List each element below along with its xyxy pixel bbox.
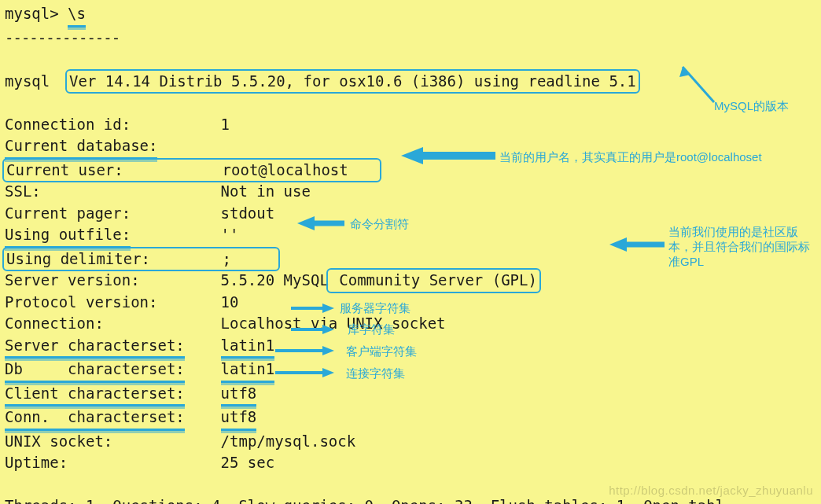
prompt-text: mysql> xyxy=(5,5,68,22)
value: '' xyxy=(221,226,239,243)
svg-marker-2 xyxy=(297,216,315,230)
arrow-delimiter xyxy=(297,215,344,232)
label: UNIX socket: xyxy=(5,432,112,450)
row-connection: Connection: Localhost via UNIX socket xyxy=(5,313,816,335)
anno-version: MySQL的版本 xyxy=(714,98,789,113)
row-conn-charset: Conn. characterset: utf8 xyxy=(5,407,816,431)
value: latin1 xyxy=(221,359,275,383)
command-s: \s xyxy=(68,3,86,28)
label: Server characterset: xyxy=(5,335,185,359)
divider-top: -------------- xyxy=(5,28,816,50)
svg-marker-4 xyxy=(322,304,334,313)
label: Using delimiter: xyxy=(6,250,150,267)
label: Server version: xyxy=(5,271,140,289)
value: stdout xyxy=(221,204,275,222)
svg-marker-6 xyxy=(322,346,334,355)
arrow-db-charset xyxy=(291,323,334,336)
community-box: Community Server (GPL) xyxy=(326,268,541,293)
value: 25 sec xyxy=(221,454,275,471)
anno-client-charset: 客户端字符集 xyxy=(346,344,417,359)
value: Not in use xyxy=(221,182,311,200)
current-user-box: Current user: root@localhost xyxy=(2,158,381,183)
value: utf8 xyxy=(221,383,257,407)
arrow-server-charset xyxy=(291,302,334,315)
svg-marker-3 xyxy=(609,237,627,252)
value: latin1 xyxy=(221,335,275,359)
value: 10 xyxy=(221,293,239,311)
label: Connection id: xyxy=(5,116,131,133)
arrow-user xyxy=(401,145,495,166)
row-ssl: SSL: Not in use xyxy=(5,181,816,203)
label: Protocol version: xyxy=(5,293,157,311)
row-connection-id: Connection id: 1 xyxy=(5,114,816,136)
label: Client characterset: xyxy=(5,383,185,407)
mysql-label: mysql xyxy=(5,72,68,90)
label: Db characterset: xyxy=(5,359,185,383)
anno-user: 当前的用户名，其实真正的用户是root@localhoset xyxy=(499,149,814,164)
value: ; xyxy=(223,250,231,267)
row-uptime: Uptime: 25 sec xyxy=(5,452,816,474)
anno-community: 当前我们使用的是社区版本，并且符合我们的国际标准GPL xyxy=(668,224,810,269)
row-protocol-version: Protocol version: 10 xyxy=(5,292,816,314)
row-server-version: Server version: 5.5.20 MySQL Community S… xyxy=(5,270,816,292)
value: root@localhost xyxy=(223,161,348,178)
delimiter-box: Using delimiter: ; xyxy=(2,247,280,272)
label: Using outfile: xyxy=(5,224,131,248)
anno-db-charset: 库字符集 xyxy=(348,322,395,337)
svg-marker-5 xyxy=(322,325,334,334)
anno-delimiter: 命令分割符 xyxy=(350,216,409,231)
prompt-line: mysql> \s xyxy=(5,3,816,28)
value-a: 5.5.20 MySQL xyxy=(221,271,329,289)
label: SSL: xyxy=(5,182,41,200)
value: 1 xyxy=(221,116,230,133)
value: utf8 xyxy=(221,407,257,431)
label: Connection: xyxy=(5,315,104,332)
anno-server-charset: 服务器字符集 xyxy=(340,300,410,315)
version-box: Ver 14.14 Distrib 5.5.20, for osx10.6 (i… xyxy=(65,69,640,94)
label: Current pager: xyxy=(5,204,131,222)
row-unix-socket: UNIX socket: /tmp/mysql.sock xyxy=(5,431,816,453)
label: Conn. characterset: xyxy=(5,407,185,431)
row-current-pager: Current pager: stdout xyxy=(5,203,816,225)
label: Current database: xyxy=(5,135,157,160)
row-db-charset: Db characterset: latin1 xyxy=(5,359,816,383)
svg-marker-1 xyxy=(401,147,423,164)
value: /tmp/mysql.sock xyxy=(221,432,356,450)
row-client-charset: Client characterset: utf8 xyxy=(5,383,816,407)
watermark: http://blog.csdn.net/jacky_zhuyuanlu xyxy=(609,480,813,502)
svg-marker-7 xyxy=(322,368,334,377)
arrow-community xyxy=(609,236,665,253)
label: Current user: xyxy=(6,161,123,178)
anno-conn-charset: 连接字符集 xyxy=(346,366,405,381)
arrow-conn-charset xyxy=(275,366,334,379)
label: Uptime: xyxy=(5,454,68,471)
arrow-client-charset xyxy=(275,344,334,357)
